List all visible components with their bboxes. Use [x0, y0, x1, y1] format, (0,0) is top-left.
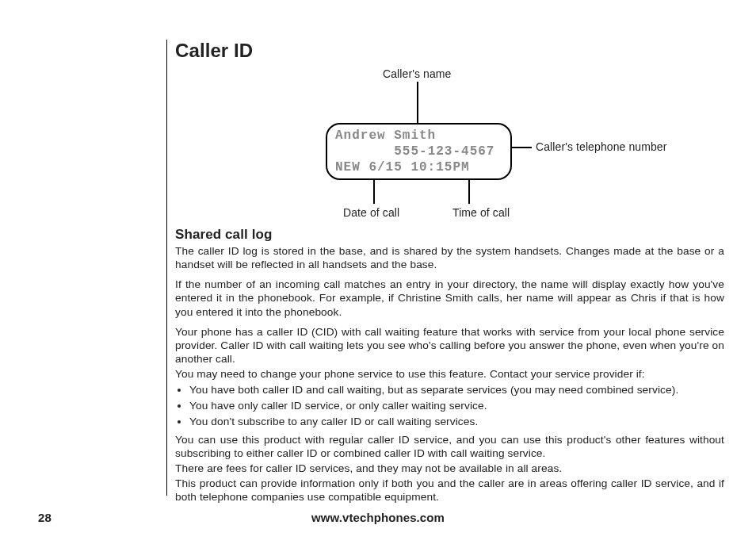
main-content: Caller ID Caller's name Andrew Smith 555…: [166, 40, 724, 496]
label-time: Time of call: [452, 206, 510, 219]
bullet-list: You have both caller ID and call waiting…: [175, 382, 724, 430]
lcd-number: 555-123-4567: [394, 144, 494, 159]
page-title: Caller ID: [175, 40, 724, 62]
body-text: There are fees for caller ID services, a…: [175, 462, 724, 475]
lcd-name: Andrew Smith: [335, 128, 436, 143]
list-item: You have both caller ID and call waiting…: [189, 382, 724, 398]
lcd-status: NEW 6/15 10:15PM: [335, 160, 470, 174]
label-caller-name: Caller's name: [383, 67, 451, 80]
connector-line: [417, 82, 418, 123]
connector-line: [512, 147, 532, 148]
connector-line: [468, 180, 470, 204]
label-phone-number: Caller's telephone number: [536, 140, 667, 153]
body-text: If the number of an incoming call matche…: [175, 278, 724, 318]
section-heading: Shared call log: [175, 227, 724, 243]
connector-line: [373, 180, 375, 204]
body-text: Your phone has a caller ID (CID) with ca…: [175, 325, 724, 366]
body-text: The caller ID log is stored in the base,…: [175, 244, 724, 271]
label-date: Date of call: [343, 206, 399, 219]
body-text: This product can provide information onl…: [175, 477, 724, 504]
caller-id-diagram: Caller's name Andrew Smith 555-123-4567 …: [175, 63, 756, 222]
footer-url: www.vtechphones.com: [0, 511, 756, 524]
list-item: You have only caller ID service, or only…: [189, 398, 724, 414]
lcd-screen: Andrew Smith 555-123-4567 NEW 6/15 10:15…: [326, 123, 512, 180]
list-item: You don't subscribe to any caller ID or …: [189, 414, 724, 430]
body-text: You can use this product with regular ca…: [175, 433, 724, 460]
body-text: You may need to change your phone servic…: [175, 367, 724, 381]
